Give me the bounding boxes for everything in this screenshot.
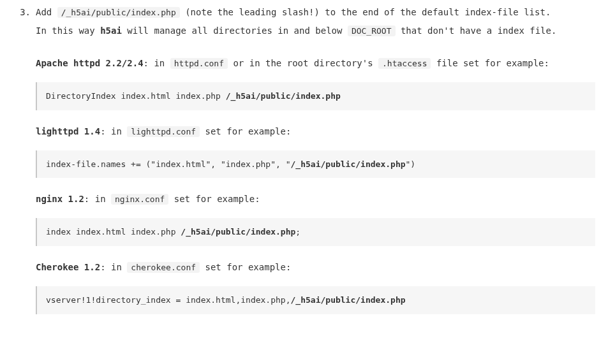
code-conf: lighttpd.conf bbox=[127, 126, 200, 137]
code-block-cherokee: vserver!1!directory_index = index.html,i… bbox=[36, 286, 595, 314]
server-name: Apache httpd 2.2/2.4 bbox=[36, 58, 144, 68]
server-name: nginx 1.2 bbox=[36, 194, 84, 204]
list-number: 3. bbox=[13, 5, 36, 42]
app-name: h5ai bbox=[100, 25, 122, 36]
server-cherokee: Cherokee 1.2: in cherokee.conf set for e… bbox=[36, 260, 595, 314]
code-doc-root: DOC_ROOT bbox=[348, 25, 396, 36]
code-block-lighttpd: index-file.names += ("index.html", "inde… bbox=[36, 150, 595, 178]
server-apache: Apache httpd 2.2/2.4: in httpd.conf or i… bbox=[36, 56, 595, 110]
code-htaccess: .htaccess bbox=[378, 58, 431, 69]
code-conf: httpd.conf bbox=[170, 58, 228, 69]
server-heading: lighttpd 1.4: in lighttpd.conf set for e… bbox=[36, 124, 595, 139]
code-conf: cherokee.conf bbox=[127, 262, 200, 273]
server-name: Cherokee 1.2 bbox=[36, 262, 100, 272]
code-block-apache: DirectoryIndex index.html index.php /_h5… bbox=[36, 82, 595, 110]
server-nginx: nginx 1.2: in nginx.conf set for example… bbox=[36, 192, 595, 246]
server-heading: Apache httpd 2.2/2.4: in httpd.conf or i… bbox=[36, 56, 595, 71]
intro-line-2: In this way h5ai will manage all directo… bbox=[36, 24, 595, 38]
code-index-path: /_h5ai/public/index.php bbox=[57, 7, 180, 18]
code-conf: nginx.conf bbox=[111, 194, 168, 205]
code-block-nginx: index index.html index.php /_h5ai/public… bbox=[36, 218, 595, 246]
list-body: Add /_h5ai/public/index.php (note the le… bbox=[36, 5, 595, 42]
server-heading: Cherokee 1.2: in cherokee.conf set for e… bbox=[36, 260, 595, 275]
list-item-3: 3. Add /_h5ai/public/index.php (note the… bbox=[13, 5, 595, 42]
server-name: lighttpd 1.4 bbox=[36, 126, 100, 136]
intro-line-1: Add /_h5ai/public/index.php (note the le… bbox=[36, 5, 595, 20]
server-lighttpd: lighttpd 1.4: in lighttpd.conf set for e… bbox=[36, 124, 595, 178]
server-heading: nginx 1.2: in nginx.conf set for example… bbox=[36, 192, 595, 207]
